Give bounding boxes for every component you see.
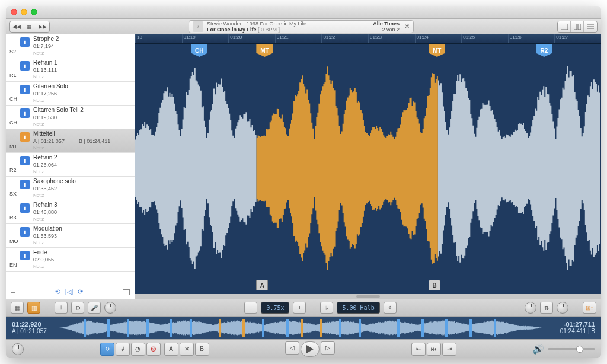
jog-knob[interactable]: [12, 343, 24, 355]
rewind[interactable]: ⏮: [427, 343, 441, 356]
marker-item-CH[interactable]: CH ▮ Gitarren Solo 01:17,256 Notiz: [6, 82, 135, 106]
overview-marker[interactable]: [397, 319, 400, 337]
marker-item-SX[interactable]: SX ▮ Saxophone solo 01:35,452 Notiz: [6, 177, 135, 200]
marker-item-R3[interactable]: R3 ▮ Refrain 3 01:46,880 Notiz: [6, 200, 135, 224]
overview-marker[interactable]: [320, 319, 322, 337]
layout-toggle[interactable]: [123, 289, 130, 295]
pitch-display: 5.00 Halb: [337, 302, 379, 314]
bookmark-icon: ▮: [20, 251, 30, 260]
marker-item-MO[interactable]: MO ▮ Modulation 01:53,593 Notiz: [6, 224, 135, 248]
volume-slider[interactable]: [548, 348, 595, 350]
item-time: 01:46,880: [33, 209, 57, 215]
overview-marker[interactable]: [262, 319, 264, 337]
pitch-flat[interactable]: ♭: [320, 302, 333, 314]
loop-in-icon[interactable]: ⟲: [55, 288, 60, 296]
prev-button[interactable]: ◁: [285, 341, 299, 355]
link-button[interactable]: ⇅: [540, 302, 553, 314]
settings-button[interactable]: ⚙: [71, 302, 84, 314]
ruler-tick: 01:27: [554, 34, 601, 43]
section-marker-MT[interactable]: MT: [429, 44, 445, 57]
shuffle-icon[interactable]: ⤨: [404, 23, 410, 30]
section-marker-CH[interactable]: CH: [191, 44, 207, 57]
overview-marker[interactable]: [421, 319, 424, 337]
speed-minus[interactable]: −: [244, 302, 257, 314]
item-note: Notiz: [33, 168, 131, 175]
overview-marker[interactable]: [107, 319, 110, 337]
marker-item-EN[interactable]: EN ▮ Ende 02:0,055 Notiz: [6, 248, 135, 272]
skip-back[interactable]: ⇤: [411, 343, 426, 356]
overview-marker[interactable]: [359, 319, 361, 337]
overview-marker[interactable]: [146, 319, 149, 337]
wave-mode-2[interactable]: ▥: [27, 302, 40, 314]
marker-item-MT[interactable]: MT ▮ Mittelteil A | 01:21,057B | 01:24,4…: [6, 129, 135, 153]
overview-marker[interactable]: [494, 319, 496, 337]
back-button[interactable]: ◀◀: [10, 21, 23, 32]
item-time: 01:13,111: [33, 67, 57, 73]
zoom-button[interactable]: ⊞↕: [583, 302, 596, 314]
loop-marker-A[interactable]: A: [256, 280, 268, 290]
overview-marker[interactable]: [286, 319, 289, 337]
controls-bar: ▦ ▥ ⫴ ⚙ 🎤 − 0.75x + ♭ 5.00 Halb ♯ ⇅ ⊞↕: [6, 299, 601, 317]
gain-knob[interactable]: [104, 302, 116, 314]
overview-marker[interactable]: [339, 319, 341, 337]
overview-marker[interactable]: [242, 319, 245, 337]
next-button[interactable]: ▷: [321, 341, 335, 355]
eq-button[interactable]: ⫴: [55, 302, 68, 314]
section-marker-R2[interactable]: R2: [536, 44, 552, 57]
loop-button[interactable]: ↻: [100, 343, 114, 356]
set-a-button[interactable]: A: [164, 343, 178, 356]
item-name: Mittelteil: [33, 130, 131, 138]
ruler-tick: 01:21: [275, 34, 322, 43]
maximize-window[interactable]: [31, 9, 37, 15]
overview-marker[interactable]: [84, 319, 86, 337]
marker-item-S2[interactable]: S2 ▮ Strophe 2 01:7,194 Notiz: [6, 34, 135, 58]
minimize-window[interactable]: [21, 9, 27, 15]
transport-bar: ↻ ↲ ◔ ⮿ A ✕ B ◁ ▷ ⇤ ⏮ ⇥ 🔊: [6, 339, 601, 358]
set-b-button[interactable]: B: [195, 343, 209, 356]
overview-marker[interactable]: [445, 319, 448, 337]
marker-item-R2[interactable]: R2 ▮ Refrain 2 01:26,064 Notiz: [6, 153, 135, 177]
resize-handle[interactable]: [135, 294, 601, 299]
overview-marker[interactable]: [301, 319, 303, 337]
bookmark-icon: ▮: [20, 227, 30, 237]
loop-toggle-icon[interactable]: |◁|: [65, 288, 74, 296]
play-button[interactable]: [301, 341, 320, 357]
delete-marker[interactable]: ⮿: [146, 343, 161, 356]
view-2[interactable]: [571, 21, 584, 32]
waveform-main[interactable]: [135, 59, 601, 277]
overview-marker[interactable]: [127, 319, 129, 337]
item-tag: R2: [9, 167, 20, 175]
close-window[interactable]: [11, 9, 17, 15]
overview-marker[interactable]: [190, 319, 192, 337]
waveform-area[interactable]: 1801:1901:2001:2101:2201:2301:2401:2501:…: [135, 34, 601, 294]
knob-b[interactable]: [557, 302, 568, 314]
view-1[interactable]: [558, 21, 571, 32]
loop-out-icon[interactable]: ⟳: [78, 288, 83, 296]
list-button[interactable]: ▦: [23, 21, 36, 32]
marker-item-CH[interactable]: CH ▮ Gitarren Solo Teil 2 01:19,530 Noti…: [6, 106, 135, 129]
forward-button[interactable]: ▶▶: [36, 21, 49, 32]
view-3[interactable]: [584, 21, 597, 32]
loop-marker-B[interactable]: B: [429, 280, 440, 290]
skip-forward[interactable]: ⇥: [442, 343, 456, 356]
clear-loop-button[interactable]: ✕: [180, 343, 194, 356]
remove-button[interactable]: −: [11, 288, 15, 297]
section-marker-MT[interactable]: MT: [256, 44, 273, 57]
marker-item-R1[interactable]: R1 ▮ Refrain 1 01:13,111 Notiz: [6, 58, 135, 82]
timeline-ruler[interactable]: 1801:1901:2001:2101:2201:2301:2401:2501:…: [135, 34, 601, 44]
item-note: Notiz: [33, 145, 131, 152]
knob-a[interactable]: [525, 302, 536, 314]
overview-marker[interactable]: [469, 319, 472, 337]
loop-half[interactable]: ↲: [116, 343, 130, 356]
metronome-button[interactable]: ◔: [131, 343, 145, 356]
overview-bar[interactable]: 01:22,920 A | 01:21,057 -01:27,711 01:24…: [6, 317, 601, 339]
playhead[interactable]: [350, 44, 350, 294]
mic-button[interactable]: 🎤: [88, 302, 101, 314]
speed-plus[interactable]: +: [293, 302, 306, 314]
wave-mode-1[interactable]: ▦: [11, 302, 24, 314]
overview-marker[interactable]: [170, 319, 172, 337]
overview-marker[interactable]: [219, 319, 221, 337]
pitch-sharp[interactable]: ♯: [384, 302, 397, 314]
overview-waveform[interactable]: [59, 319, 542, 337]
bookmark-icon: ▮: [20, 180, 30, 189]
